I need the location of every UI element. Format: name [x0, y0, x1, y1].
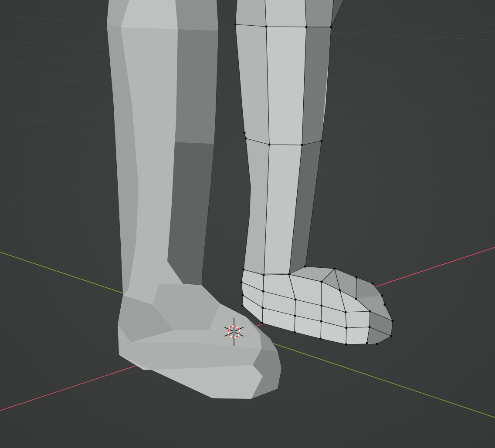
- viewport-3d[interactable]: [0, 0, 495, 448]
- blender-3d-viewport-screenshot: [0, 0, 495, 448]
